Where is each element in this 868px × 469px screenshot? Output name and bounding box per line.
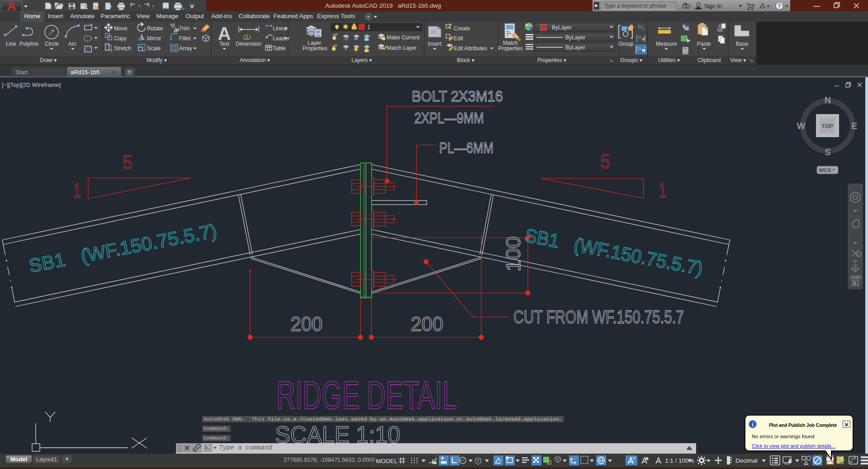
svg-text:WCS: WCS (819, 168, 831, 173)
svg-text:?: ? (778, 3, 781, 10)
svg-text:PL—6MM: PL—6MM (439, 139, 493, 156)
svg-text:BOLT 2X3M16: BOLT 2X3M16 (412, 87, 503, 105)
svg-text:RIDGE DETAIL: RIDGE DETAIL (276, 373, 457, 417)
svg-text:✕: ✕ (860, 184, 863, 188)
svg-text:200: 200 (411, 312, 443, 335)
svg-text:A: A (218, 24, 231, 43)
svg-text:W: W (797, 121, 806, 131)
svg-text:200: 200 (290, 312, 323, 335)
svg-text:E: E (851, 121, 857, 131)
svg-text:TOP: TOP (821, 123, 834, 129)
svg-text:MODEL: MODEL (376, 458, 398, 464)
svg-text:1: 1 (659, 179, 666, 202)
svg-text:A: A (7, 0, 16, 11)
svg-text:N: N (825, 95, 831, 105)
svg-text:i: i (752, 421, 754, 428)
svg-text:1: 1 (73, 179, 81, 202)
svg-text:Decimal: Decimal (735, 457, 758, 464)
svg-text:CUT FROM WF.150.75.5.7: CUT FROM WF.150.75.5.7 (513, 306, 684, 327)
svg-text:5: 5 (123, 151, 132, 174)
svg-text:2XPL—9MM: 2XPL—9MM (414, 109, 484, 126)
svg-text:SB1 (WF.150.75.5.7): SB1 (WF.150.75.5.7) (27, 220, 218, 277)
svg-text:SB1 (WF.150.75.5.7): SB1 (WF.150.75.5.7) (523, 225, 705, 279)
svg-text:S: S (825, 147, 830, 157)
svg-text:5: 5 (600, 150, 610, 173)
svg-text:Sign In: Sign In (704, 3, 722, 10)
svg-text:100: 100 (502, 236, 525, 272)
